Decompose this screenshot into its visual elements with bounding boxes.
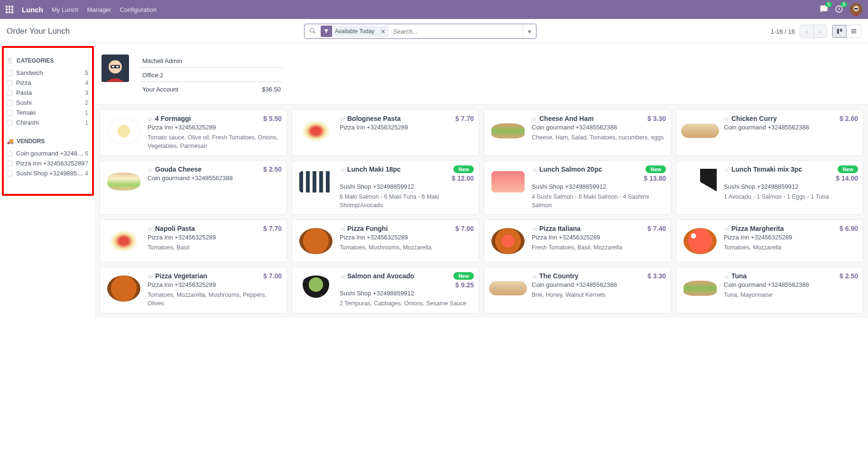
product-price: $ 14.00 (724, 174, 858, 182)
checkbox[interactable] (7, 151, 12, 156)
product-card[interactable]: ☆ Chicken Curry $ 2.60 Coin gourmand +32… (676, 110, 863, 156)
product-price: $ 3.30 (647, 115, 666, 122)
sidebar: 🍴 CATEGORIES Sandwich 5 Pizza 4 Pasta 3 … (0, 43, 95, 318)
star-icon[interactable]: ☆ (532, 226, 537, 233)
filter-chip-remove[interactable]: ✕ (378, 28, 388, 35)
product-card[interactable]: ☆ Tuna $ 2.50 Coin gourmand +32485562388… (676, 267, 863, 313)
checkbox[interactable] (7, 161, 12, 166)
product-price: $ 7.70 (455, 115, 474, 122)
checkbox[interactable] (7, 100, 12, 106)
pager-prev[interactable]: ‹ (800, 25, 813, 37)
category-label: Pizza (16, 79, 85, 86)
view-list[interactable] (847, 25, 861, 37)
product-vendor: Pizza Inn +32456325289 (148, 124, 282, 131)
vendor-item[interactable]: Sushi Shop +3249885… 4 (7, 168, 88, 178)
star-icon[interactable]: ☆ (340, 166, 345, 174)
product-price: $ 13.80 (532, 174, 666, 182)
product-description: Tomatoes, Mushrooms, Mozzarella (340, 244, 474, 252)
category-item[interactable]: Pasta 3 (7, 88, 88, 98)
search-dropdown-toggle[interactable]: ▾ (523, 24, 536, 38)
product-image (681, 225, 719, 257)
product-card[interactable]: ☆ Pizza Funghi $ 7.00 Pizza Inn +3245632… (292, 220, 479, 262)
category-item[interactable]: Sushi 2 (7, 98, 88, 108)
category-label: Pasta (16, 89, 85, 96)
category-item[interactable]: Sandwich 5 (7, 68, 88, 78)
category-count: 2 (85, 100, 88, 106)
product-vendor: Coin gourmand +32485562388 (724, 281, 858, 288)
star-icon[interactable]: ☆ (724, 166, 729, 174)
vendor-item[interactable]: Coin gourmand +3248… 5 (7, 148, 88, 158)
product-card[interactable]: ☆ The Country $ 3.30 Coin gourmand +3248… (484, 267, 671, 313)
view-switch (832, 25, 861, 38)
product-description: 2 Tempuras, Cabbages, Onions, Sesame Sau… (340, 300, 474, 308)
star-icon[interactable]: ☆ (724, 273, 729, 280)
product-card[interactable]: ☆ Cheese And Ham $ 3.30 Coin gourmand +3… (484, 110, 671, 156)
user-avatar-menu[interactable] (850, 3, 862, 16)
search-input[interactable] (391, 28, 523, 35)
product-image (681, 272, 719, 304)
product-card[interactable]: ☆ Pizza Italiana $ 7.40 Pizza Inn +32456… (484, 220, 671, 262)
star-icon[interactable]: ☆ (532, 166, 537, 174)
star-icon[interactable]: ☆ (340, 226, 345, 233)
category-count: 3 (85, 90, 88, 96)
product-image (297, 165, 335, 198)
apps-icon[interactable] (6, 6, 13, 13)
vendor-label: Sushi Shop +3249885… (16, 170, 85, 177)
view-kanban[interactable] (832, 25, 847, 37)
product-card[interactable]: ☆ Pizza Margherita $ 6.90 Pizza Inn +324… (676, 220, 863, 262)
category-item[interactable]: Temaki 1 (7, 108, 88, 118)
product-price: $ 7.00 (455, 225, 474, 232)
checkbox[interactable] (7, 171, 12, 176)
star-icon[interactable]: ☆ (340, 116, 345, 123)
product-card[interactable]: ☆ Napoli Pasta $ 7.70 Pizza Inn +3245632… (100, 220, 287, 262)
product-name: Chicken Curry (731, 115, 838, 122)
category-item[interactable]: Chirashi 1 (7, 118, 88, 128)
user-name-row[interactable]: Mitchell Admin (140, 55, 283, 68)
product-card[interactable]: ☆ Lunch Salmon 20pc New $ 13.80 Sushi Sh… (484, 160, 671, 215)
nav-my-lunch[interactable]: My Lunch (52, 6, 78, 13)
star-icon[interactable]: ☆ (724, 226, 729, 233)
product-card[interactable]: ☆ Bolognese Pasta $ 7.70 Pizza Inn +3245… (292, 110, 479, 156)
vendor-item[interactable]: Pizza Inn +32456325289 7 (7, 158, 88, 168)
new-badge: New (453, 272, 474, 280)
checkbox[interactable] (7, 120, 12, 126)
user-office-row[interactable]: Office 2 (140, 69, 283, 82)
product-card[interactable]: ☆ Pizza Vegetarian $ 7.00 Pizza Inn +324… (100, 267, 287, 313)
product-card[interactable]: ☆ 4 Formaggi $ 5.50 Pizza Inn +324563252… (100, 110, 287, 156)
checkbox[interactable] (7, 110, 12, 116)
checkbox[interactable] (7, 90, 12, 96)
product-card[interactable]: ☆ Lunch Temaki mix 3pc New $ 14.00 Sushi… (676, 160, 863, 215)
svg-rect-3 (854, 8, 858, 9)
category-item[interactable]: Pizza 4 (7, 78, 88, 88)
checkbox[interactable] (7, 80, 12, 86)
star-icon[interactable]: ☆ (340, 273, 345, 280)
product-grid: ☆ 4 Formaggi $ 5.50 Pizza Inn +324563252… (100, 110, 863, 313)
product-vendor: Pizza Inn +32456325289 (148, 281, 282, 288)
product-image (105, 225, 143, 257)
product-price: $ 9.25 (340, 281, 474, 289)
star-icon[interactable]: ☆ (148, 116, 153, 123)
svg-rect-6 (837, 29, 839, 34)
search-box[interactable]: Available Today ✕ ▾ (304, 24, 536, 39)
messages-icon[interactable]: 5 (820, 5, 828, 15)
checkbox[interactable] (7, 70, 12, 76)
star-icon[interactable]: ☆ (532, 273, 537, 280)
star-icon[interactable]: ☆ (724, 116, 729, 123)
svg-rect-14 (112, 66, 114, 67)
vendor-count: 7 (85, 160, 88, 167)
product-price: $ 7.00 (263, 272, 282, 280)
product-card[interactable]: ☆ Lunch Maki 18pc New $ 12.00 Sushi Shop… (292, 160, 479, 215)
star-icon[interactable]: ☆ (148, 226, 153, 233)
nav-configuration[interactable]: Configuration (120, 6, 157, 13)
star-icon[interactable]: ☆ (532, 116, 537, 123)
pager-next[interactable]: › (813, 25, 827, 37)
product-card[interactable]: ☆ Salmon and Avocado New $ 9.25 Sushi Sh… (292, 267, 479, 313)
star-icon[interactable]: ☆ (148, 166, 153, 174)
product-description: Tuna, Mayonnaise (724, 291, 858, 300)
product-price: $ 6.90 (840, 225, 858, 232)
pager-text: 1-16 / 16 (771, 28, 795, 35)
nav-manager[interactable]: Manager (87, 6, 111, 13)
activity-icon[interactable]: 8 (835, 5, 843, 15)
product-card[interactable]: ☆ Gouda Cheese $ 2.50 Coin gourmand +324… (100, 160, 287, 215)
star-icon[interactable]: ☆ (148, 273, 153, 280)
